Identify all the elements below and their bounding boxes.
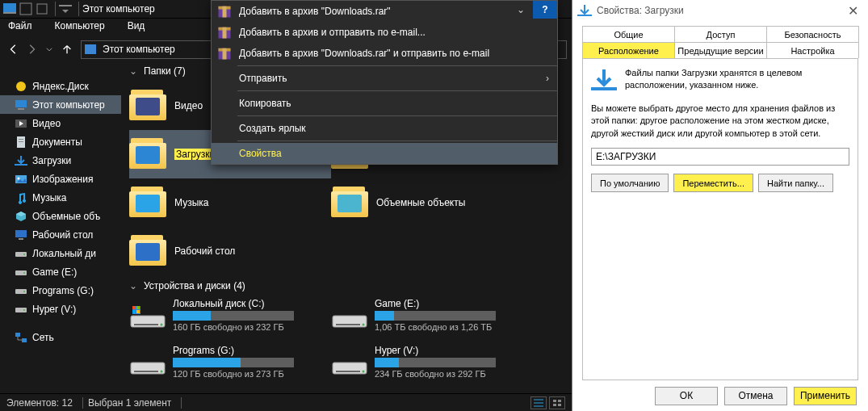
rar-icon: [216, 45, 233, 61]
drive-tile[interactable]: Game (E:)1,06 ТБ свободно из 1,26 ТБ: [331, 296, 533, 343]
nav-back-icon[interactable]: [5, 40, 23, 58]
properties-tabs: ОбщиеДоступБезопасность РасположениеПред…: [572, 21, 868, 58]
svg-rect-1: [3, 12, 16, 14]
svg-rect-4: [59, 5, 72, 6]
view-large-icon[interactable]: [549, 396, 565, 409]
sidebar-item-desktop[interactable]: Рабочий стол: [0, 225, 121, 244]
folder-label: Объемные объекты: [376, 197, 465, 208]
properties-body: Файлы папки Загрузки хранятся в целевом …: [582, 58, 858, 380]
context-menu-item[interactable]: Копировать: [212, 93, 557, 114]
restore-default-button[interactable]: По умолчанию: [591, 174, 669, 192]
context-menu-item[interactable]: Отправить›: [212, 68, 557, 89]
context-menu-item[interactable]: Свойства: [212, 143, 557, 164]
sidebar-item-pc[interactable]: Этот компьютер: [0, 95, 121, 114]
properties-dialog: Свойства: Загрузки ✕ ОбщиеДоступБезопасн…: [572, 0, 868, 411]
folder-label: Рабочий стол: [174, 245, 235, 257]
folder-icon: [331, 187, 370, 219]
ok-button[interactable]: ОК: [655, 387, 718, 405]
tab-Расположение[interactable]: Расположение: [582, 42, 675, 58]
context-menu-item[interactable]: Добавить в архив "Downloads.rar" и отпра…: [212, 43, 557, 64]
tab-Доступ[interactable]: Доступ: [674, 26, 767, 42]
download-icon: [15, 154, 27, 167]
context-menu-item[interactable]: Добавить в архив и отправить по e-mail..…: [212, 22, 557, 43]
context-menu-item[interactable]: Создать ярлык: [212, 118, 557, 139]
folder-icon: [129, 138, 168, 170]
nav-forward-icon[interactable]: [23, 40, 40, 58]
apply-button[interactable]: Применить: [794, 387, 857, 405]
sidebar-item-label: Объемные объ: [32, 211, 100, 222]
svg-point-5: [16, 82, 26, 91]
sidebar-item-music[interactable]: Музыка: [0, 188, 121, 207]
sidebar-item-label: Музыка: [32, 192, 66, 203]
tab-Общие[interactable]: Общие: [582, 26, 675, 42]
qa-props-icon[interactable]: [36, 2, 48, 15]
drive-tile[interactable]: Локальный диск (C:)160 ГБ свободно из 23…: [129, 296, 331, 343]
sidebar-item-label: Hyper (V:): [32, 304, 76, 315]
svg-rect-57: [223, 27, 227, 39]
sidebar-item-drive[interactable]: Hyper (V:): [0, 300, 121, 318]
context-menu-label: Отправить: [239, 73, 287, 84]
cancel-button[interactable]: Отмена: [724, 387, 787, 405]
sidebar-item-docs[interactable]: Документы: [0, 132, 121, 151]
drive-icon: [15, 284, 27, 297]
sidebar-item-drive[interactable]: Programs (G:): [0, 281, 121, 300]
move-button[interactable]: Переместить...: [673, 174, 753, 192]
sidebar-item-label: Этот компьютер: [32, 99, 105, 111]
svg-rect-62: [591, 87, 617, 90]
menu-computer[interactable]: Компьютер: [55, 20, 105, 31]
help-icon[interactable]: ?: [533, 1, 557, 19]
sidebar-item-drive[interactable]: Локальный ди: [0, 244, 121, 262]
yadisk-icon: [15, 80, 27, 93]
folder-label: Видео: [174, 100, 203, 111]
drive-usage-bar: [173, 311, 294, 321]
svg-rect-51: [558, 404, 561, 406]
context-menu-item[interactable]: Добавить в архив "Downloads.rar": [212, 1, 557, 22]
svg-point-20: [23, 272, 25, 274]
nav-up-icon[interactable]: [58, 40, 76, 58]
close-icon[interactable]: ✕: [843, 3, 863, 19]
sidebar-item-objects[interactable]: Объемные объ: [0, 207, 121, 225]
sidebar-item-yadisk[interactable]: Яндекс.Диск: [0, 77, 121, 95]
folder-path-field[interactable]: [591, 148, 849, 166]
view-details-icon[interactable]: [530, 396, 547, 409]
tab-Настройка[interactable]: Настройка: [766, 42, 859, 58]
sidebar-item-label: Сеть: [32, 332, 54, 343]
svg-point-18: [23, 254, 25, 255]
nav-recent-icon[interactable]: [40, 40, 58, 58]
folder-desktop[interactable]: Рабочий стол: [129, 227, 331, 275]
drive-usage-bar: [173, 358, 294, 367]
drive-tile[interactable]: Hyper (V:)234 ГБ свободно из 292 ГБ: [331, 343, 533, 390]
menu-view[interactable]: Вид: [128, 20, 145, 31]
svg-rect-61: [577, 15, 592, 16]
status-selected: Выбран 1 элемент: [88, 397, 171, 409]
sidebar-item-video[interactable]: Видео: [0, 114, 121, 132]
properties-footer: ОК Отмена Применить: [572, 380, 868, 411]
svg-rect-46: [336, 371, 360, 372]
qa-save-icon[interactable]: [19, 2, 32, 15]
devices-header[interactable]: ⌄ Устройства и диски (4): [121, 275, 572, 296]
blank-icon: [216, 95, 233, 111]
qa-dropdown-icon[interactable]: [59, 2, 72, 15]
menu-file[interactable]: Файл: [8, 20, 32, 31]
drive-tile[interactable]: Programs (G:)120 ГБ свободно из 273 ГБ: [129, 343, 331, 390]
properties-explain: Вы можете выбрать другое место для хране…: [591, 103, 849, 140]
tab-Безопасность[interactable]: Безопасность: [766, 26, 859, 42]
drive-label: Hyper (V:): [375, 345, 496, 356]
folder-icon: [129, 235, 168, 267]
sidebar-item-net[interactable]: Сеть: [0, 328, 121, 346]
folder-objects[interactable]: Объемные объекты: [331, 178, 533, 227]
images-icon: [15, 173, 27, 186]
sidebar-item-drive[interactable]: Game (E:): [0, 262, 121, 281]
sidebar-item-images[interactable]: Изображения: [0, 170, 121, 188]
svg-rect-15: [15, 230, 27, 237]
ribbon-expand-icon[interactable]: ⌄: [509, 1, 533, 19]
find-target-button[interactable]: Найти папку...: [758, 174, 833, 192]
sidebar-item-download[interactable]: Загрузки: [0, 151, 121, 170]
svg-point-22: [23, 291, 25, 292]
drive-icon: [129, 298, 166, 330]
drive-label: Programs (G:): [173, 345, 294, 356]
folder-music[interactable]: Музыка: [129, 178, 331, 227]
svg-point-47: [363, 371, 365, 373]
tab-Предыдущие версии[interactable]: Предыдущие версии: [674, 42, 767, 58]
drive-free-text: 120 ГБ свободно из 273 ГБ: [173, 369, 294, 379]
